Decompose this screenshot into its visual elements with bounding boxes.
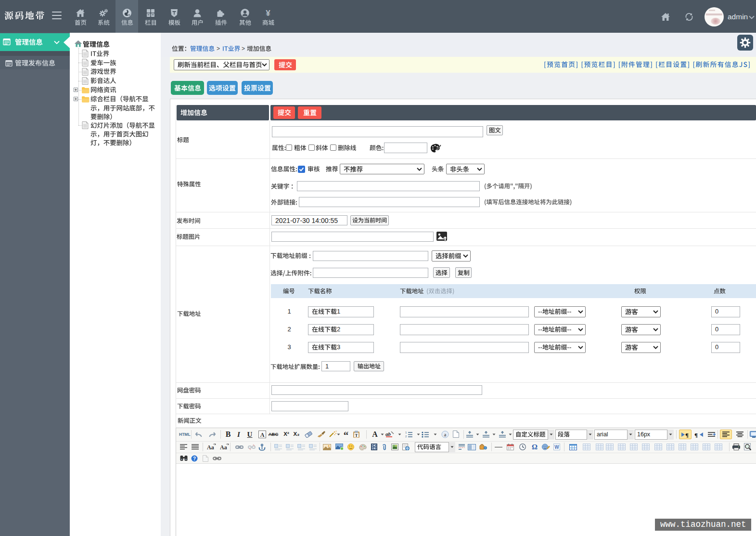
- svg-text:Aa: Aa: [207, 444, 214, 450]
- svg-text:?: ?: [193, 456, 196, 461]
- svg-text:¶: ¶: [694, 431, 698, 438]
- svg-text:1: 1: [405, 431, 407, 434]
- svg-text:¶: ¶: [685, 431, 689, 438]
- svg-text:2: 2: [405, 435, 407, 438]
- svg-text:T: T: [355, 433, 358, 438]
- svg-text:ab: ab: [385, 431, 391, 437]
- svg-text:Aa: Aa: [220, 444, 227, 450]
- svg-text:a: a: [444, 431, 447, 437]
- svg-text:A: A: [260, 431, 265, 438]
- svg-text:W: W: [554, 444, 559, 450]
- svg-text:¥: ¥: [266, 9, 270, 18]
